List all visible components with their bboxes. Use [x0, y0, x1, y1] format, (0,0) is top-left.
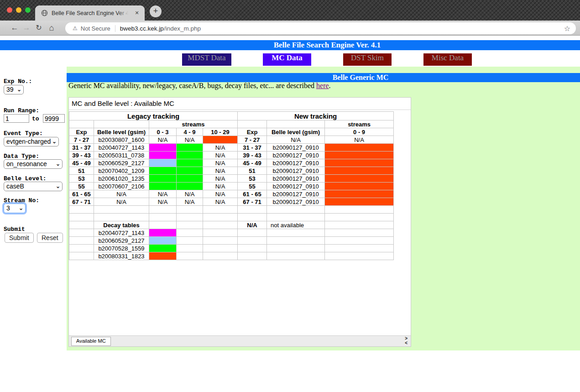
cell: 67 - 71 [69, 198, 94, 206]
cell [149, 221, 177, 229]
browser-tab[interactable]: Belle File Search Engine Ver 4.1 ✕ [35, 5, 145, 21]
color-cell-green [149, 167, 177, 175]
tab-dst-skim[interactable]: DST Skim [343, 53, 392, 66]
sheet-scroll-arrows[interactable]: >< [405, 336, 408, 345]
generic-mc-header: Belle Generic MC [67, 73, 580, 82]
cell: 39 - 43 [69, 152, 94, 159]
cell [325, 252, 394, 260]
window-zoom-button[interactable] [25, 7, 31, 13]
cell [325, 229, 394, 237]
data-type-select[interactable]: on_resonance ⌄ [4, 159, 63, 169]
cell [177, 221, 203, 229]
color-cell-green [177, 167, 203, 175]
url-text: bweb3.cc.kek.jp/index_m.php [120, 25, 201, 32]
cell [94, 120, 149, 128]
table-row: 51b20070402_1209N/A51b20090127_0910 [69, 167, 394, 175]
cell [149, 214, 177, 221]
cell [203, 221, 238, 229]
table-row: Legacy trackingNew tracking [69, 112, 394, 120]
cell [267, 120, 325, 128]
color-cell-orange [203, 136, 238, 144]
cell: 53 [69, 175, 94, 183]
tab-misc-data[interactable]: Misc Data [423, 53, 472, 66]
exp-no-select[interactable]: 39 ⌄ [4, 85, 24, 94]
cell: b20030807_1600 [94, 136, 149, 144]
window-minimize-button[interactable] [16, 7, 21, 13]
cell: streams [325, 120, 394, 128]
cell: 10 - 29 [203, 128, 238, 136]
stream-no-select[interactable]: 3 ⌄ [4, 204, 26, 213]
cell [203, 214, 238, 221]
reload-icon[interactable]: ↻ [33, 21, 45, 35]
color-cell-green [177, 144, 203, 152]
scroll-left-icon[interactable]: < [405, 340, 408, 345]
table-row: Decay tablesN/Anot available [69, 221, 394, 229]
cell: N/A [203, 159, 238, 167]
reset-button[interactable]: Reset [37, 233, 63, 243]
table-row: 31 - 37b20040727_1143N/A31 - 37b20090127… [69, 144, 394, 152]
table-row: 45 - 49b20060529_2127N/A45 - 49b20090127… [69, 159, 394, 167]
here-link[interactable]: here [316, 82, 329, 89]
cell: b20080331_1823 [94, 252, 149, 260]
stream-no-label: Stream No: [4, 197, 39, 204]
cell [177, 229, 203, 237]
url-path: /index_m.php [164, 25, 201, 32]
window-close-button[interactable] [7, 7, 12, 13]
cell: N/A [203, 152, 238, 159]
chevron-down-icon: ⌄ [56, 182, 60, 191]
cell: N/A [149, 136, 177, 144]
table-row: streamsstreams [69, 120, 394, 128]
table-row: 39 - 43b20050311_0738N/A39 - 43b20090127… [69, 152, 394, 159]
cell: not available [267, 221, 325, 229]
event-type-select[interactable]: evtgen-charged ⌄ [4, 137, 59, 146]
run-range-label: Run Range: [4, 107, 39, 114]
description-text: Generic MC availability, new/legacy, cas… [68, 82, 331, 90]
exp-no-label: Exp No.: [4, 78, 32, 85]
run-to-input[interactable] [43, 114, 65, 123]
cell: N/A [177, 190, 203, 198]
cell [94, 206, 149, 214]
chevron-down-icon: ⌄ [19, 204, 23, 213]
address-bar[interactable]: ⚠ Not Secure bweb3.cc.kek.jp/index_m.php… [65, 22, 576, 34]
cell [267, 237, 325, 245]
submit-button[interactable]: Submit [5, 233, 34, 243]
browser-tab-title: Belle File Search Engine Ver 4.1 [52, 10, 130, 17]
cell: b20090127_0910 [267, 175, 325, 183]
belle-level-select[interactable]: caseB ⌄ [4, 182, 63, 191]
color-cell-blue [149, 237, 177, 245]
cell: b20090127_0910 [267, 183, 325, 190]
home-icon[interactable]: ⌂ [46, 21, 57, 35]
new-tab-button[interactable]: + [150, 5, 162, 17]
cell: N/A [177, 198, 203, 206]
table-row: b20060529_2127 [69, 237, 394, 245]
back-icon[interactable]: ← [9, 21, 21, 35]
cell: 7 - 27 [238, 136, 267, 144]
table-row [69, 206, 394, 214]
cell: 39 - 43 [238, 152, 267, 159]
cell: b20090127_0910 [267, 159, 325, 167]
forward-icon[interactable]: → [21, 21, 32, 35]
tab-close-icon[interactable]: ✕ [133, 9, 141, 16]
sheet-tab-available-mc[interactable]: Available MC [71, 337, 111, 346]
tab-mdst-data[interactable]: MDST Data [182, 53, 231, 66]
cell: Exp [69, 128, 94, 136]
table-row: 61 - 65N/AN/AN/AN/A61 - 65b20090127_0910 [69, 190, 394, 198]
cell [325, 206, 394, 214]
bookmark-star-icon[interactable]: ☆ [564, 24, 570, 33]
cell: 51 [238, 167, 267, 175]
color-cell-green [177, 159, 203, 167]
cell [177, 237, 203, 245]
cell [267, 252, 325, 260]
cell: b20061020_1235 [94, 175, 149, 183]
cell [203, 229, 238, 237]
tab-mc-data[interactable]: MC Data [263, 53, 311, 66]
cell: Legacy tracking [69, 112, 238, 120]
cell: 45 - 49 [69, 159, 94, 167]
color-cell-orange [325, 190, 394, 198]
availability-sheet-panel: MC and Belle level : Available MC Legacy… [68, 97, 411, 347]
run-from-input[interactable] [4, 114, 29, 123]
cell: N/A [238, 221, 267, 229]
page-title: Belle File Search Engine Ver. 4.1 [0, 40, 580, 50]
nav-tab-cell: Misc Data [408, 53, 488, 66]
browser-titlebar: Belle File Search Engine Ver 4.1 ✕ + [0, 0, 580, 21]
